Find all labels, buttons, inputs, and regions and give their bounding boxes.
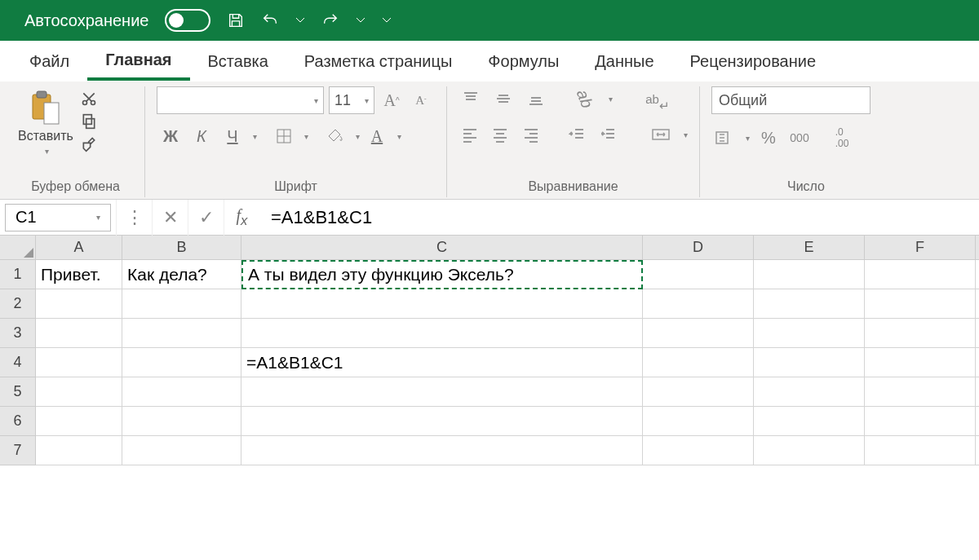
- undo-icon[interactable]: [261, 11, 279, 29]
- cell-A7[interactable]: [36, 436, 122, 465]
- row-header-3[interactable]: 3: [0, 319, 36, 348]
- tab-formulas[interactable]: Формулы: [470, 44, 577, 79]
- col-header-C[interactable]: C: [241, 236, 643, 260]
- merge-button[interactable]: [650, 122, 672, 147]
- cell-B5[interactable]: [122, 377, 241, 407]
- chevron-down-icon[interactable]: ▾: [746, 134, 750, 143]
- cell-B1[interactable]: Как дела?: [122, 260, 241, 289]
- comma-style-icon[interactable]: 000: [787, 126, 812, 150]
- chevron-down-icon[interactable]: ▾: [609, 95, 613, 104]
- increase-font-icon[interactable]: A^: [379, 88, 404, 112]
- tab-data[interactable]: Данные: [577, 44, 671, 79]
- increase-decimal-icon[interactable]: .0.00: [830, 126, 854, 150]
- cell-G1[interactable]: [976, 260, 979, 289]
- cell-B6[interactable]: [122, 407, 241, 436]
- formula-input[interactable]: =A1&B1&C1: [259, 200, 979, 235]
- cell-E2[interactable]: [754, 289, 865, 319]
- cell-E1[interactable]: [754, 260, 865, 289]
- cell-D7[interactable]: [643, 436, 754, 465]
- cell-C1[interactable]: А ты видел эту функцию Эксель?: [241, 260, 643, 289]
- cell-F3[interactable]: [865, 319, 976, 348]
- cell-D3[interactable]: [643, 319, 754, 348]
- col-header-A[interactable]: A: [36, 236, 122, 260]
- col-header-B[interactable]: B: [122, 236, 241, 260]
- redo-icon[interactable]: [321, 11, 339, 29]
- cell-G4[interactable]: [976, 348, 979, 377]
- bold-button[interactable]: Ж: [157, 124, 184, 148]
- cell-C6[interactable]: [241, 407, 643, 436]
- cell-G2[interactable]: [976, 289, 979, 319]
- redo-dropdown[interactable]: [356, 18, 365, 23]
- orientation-icon[interactable]: ab: [569, 83, 600, 114]
- increase-indent-icon[interactable]: [596, 122, 618, 147]
- cell-A2[interactable]: [36, 289, 122, 319]
- font-name-select[interactable]: ▾: [157, 86, 324, 114]
- col-header-E[interactable]: E: [754, 236, 865, 260]
- number-format-select[interactable]: Общий: [711, 86, 870, 114]
- underline-button[interactable]: Ч: [219, 124, 246, 148]
- wrap-text-icon[interactable]: ab↵: [645, 86, 670, 111]
- fx-button[interactable]: fx: [224, 200, 259, 236]
- accounting-format-icon[interactable]: [711, 126, 736, 150]
- cell-D6[interactable]: [643, 407, 754, 436]
- border-button[interactable]: [270, 124, 298, 148]
- cancel-formula-button[interactable]: ✕: [152, 200, 188, 236]
- align-right-icon[interactable]: [520, 122, 542, 147]
- tab-file[interactable]: Файл: [11, 44, 87, 79]
- cell-C7[interactable]: [241, 436, 643, 465]
- chevron-down-icon[interactable]: ▾: [684, 130, 688, 139]
- format-painter-icon[interactable]: [80, 135, 98, 153]
- cell-E5[interactable]: [754, 377, 865, 407]
- align-top-icon[interactable]: [458, 86, 483, 111]
- tab-home[interactable]: Главная: [87, 42, 189, 81]
- cell-F7[interactable]: [865, 436, 976, 465]
- cell-A6[interactable]: [36, 407, 122, 436]
- save-icon[interactable]: [227, 11, 245, 29]
- cell-F4[interactable]: [865, 348, 976, 377]
- font-size-select[interactable]: 11▾: [329, 86, 374, 114]
- cell-E7[interactable]: [754, 436, 865, 465]
- tab-insert[interactable]: Вставка: [190, 44, 286, 79]
- cell-G3[interactable]: [976, 319, 979, 348]
- cell-G6[interactable]: [976, 407, 979, 436]
- italic-button[interactable]: К: [188, 124, 215, 148]
- fill-color-button[interactable]: [321, 124, 349, 148]
- align-middle-icon[interactable]: [491, 86, 516, 111]
- paste-button[interactable]: Вставить ▾: [18, 90, 73, 156]
- row-header-4[interactable]: 4: [0, 348, 36, 377]
- cell-G5[interactable]: [976, 377, 979, 407]
- cell-E6[interactable]: [754, 407, 865, 436]
- percent-icon[interactable]: %: [756, 126, 781, 150]
- cell-A1[interactable]: Привет.: [36, 260, 122, 289]
- chevron-down-icon[interactable]: ▾: [253, 132, 257, 141]
- font-color-button[interactable]: A: [363, 124, 391, 148]
- chevron-down-icon[interactable]: ▾: [397, 132, 401, 141]
- cell-E3[interactable]: [754, 319, 865, 348]
- cell-F1[interactable]: [865, 260, 976, 289]
- select-all-corner[interactable]: [0, 236, 36, 260]
- tab-review[interactable]: Рецензирование: [672, 44, 834, 79]
- cell-B7[interactable]: [122, 436, 241, 465]
- undo-dropdown[interactable]: [295, 18, 305, 23]
- cell-B4[interactable]: [122, 348, 241, 377]
- cell-D1[interactable]: [643, 260, 754, 289]
- cut-icon[interactable]: [80, 90, 98, 108]
- cell-C4[interactable]: =A1&B1&C1: [241, 348, 643, 377]
- cell-E4[interactable]: [754, 348, 865, 377]
- cell-B2[interactable]: [122, 289, 241, 319]
- cell-A5[interactable]: [36, 377, 122, 407]
- cell-C2[interactable]: [241, 289, 643, 319]
- cell-F5[interactable]: [865, 377, 976, 407]
- col-header-G[interactable]: G: [976, 236, 979, 260]
- cell-A4[interactable]: [36, 348, 122, 377]
- copy-icon[interactable]: [80, 112, 98, 130]
- col-header-F[interactable]: F: [865, 236, 976, 260]
- cell-A3[interactable]: [36, 319, 122, 348]
- cell-C3[interactable]: [241, 319, 643, 348]
- row-header-1[interactable]: 1: [0, 260, 36, 289]
- cell-D4[interactable]: [643, 348, 754, 377]
- cell-C5[interactable]: [241, 377, 643, 407]
- align-left-icon[interactable]: [458, 122, 481, 147]
- cell-F6[interactable]: [865, 407, 976, 436]
- row-header-7[interactable]: 7: [0, 436, 36, 465]
